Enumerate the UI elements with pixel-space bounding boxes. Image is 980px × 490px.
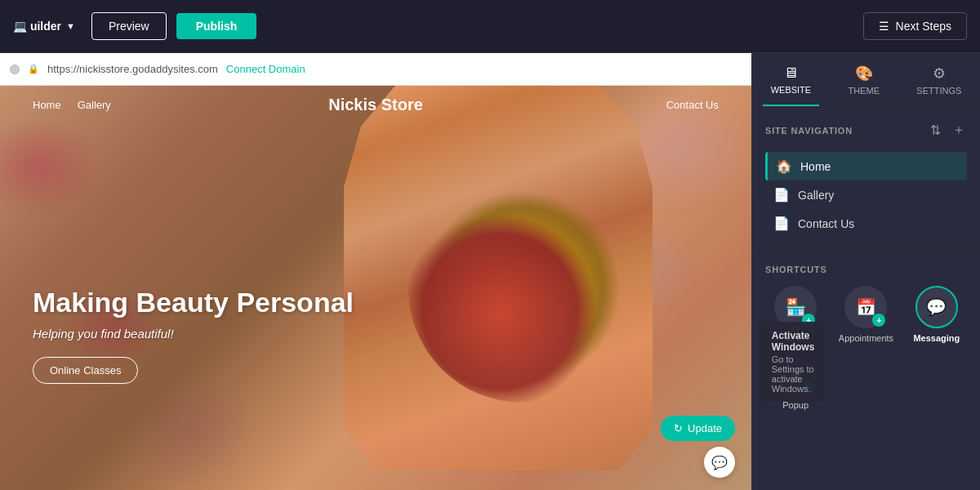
shortcuts-label: SHORTCUTS [765,265,827,274]
appointments-label: Appointments [839,333,893,343]
tab-website[interactable]: 🖥 WEBSITE [763,65,820,106]
next-steps-button[interactable]: ☰ Next Steps [863,12,967,40]
settings-icon: ⚙ [933,65,946,82]
update-icon: ↻ [674,422,683,434]
chevron-down-icon: ▼ [66,21,75,31]
online-classes-button[interactable]: Online Classes [33,357,138,384]
add-page-button[interactable]: ＋ [951,120,967,140]
shortcut-appointments[interactable]: 📅 + Appointments [835,286,896,343]
nav-list-item-gallery[interactable]: 📄 Gallery [765,180,967,209]
chat-button[interactable]: 💬 [704,447,735,478]
nav-gallery[interactable]: Gallery [78,99,111,111]
theme-icon: 🎨 [855,65,873,82]
filter-button[interactable]: ⇅ [929,120,942,140]
builder-label: 💻 uilder [13,20,61,33]
messaging-label: Messaging [913,333,960,343]
messaging-icon-wrap: 💬 [915,286,958,328]
home-icon: 🏠 [776,158,792,174]
toolbar: 💻 uilder ▼ Preview Publish ☰ Next Steps [0,0,980,53]
nav-home[interactable]: Home [33,99,61,111]
page-icon-contact: 📄 [773,216,790,231]
hero-subtitle: Helping you find beautiful! [33,327,354,341]
hero-section: Home Gallery Nickis Store Contact Us Mak… [0,86,751,490]
update-button[interactable]: ↻ Update [661,416,735,441]
site-nav: Home Gallery Nickis Store Contact Us [0,86,751,124]
website-icon: 🖥 [783,65,798,82]
store-icon: 🏪 [786,297,806,317]
publish-button[interactable]: Publish [176,13,257,39]
builder-logo: 💻 uilder ▼ [13,20,75,33]
nav-contact[interactable]: Contact Us [666,99,719,111]
activate-windows-notice: Activate Windows Go to Settings to activ… [760,322,826,402]
section-actions: ⇅ ＋ [929,120,967,140]
hero-content: Making Beauty Personal Helping you find … [33,287,354,384]
tab-settings[interactable]: ⚙ SETTINGS [908,65,969,106]
connect-domain-link[interactable]: Connect Domain [226,63,305,75]
shortcut-messaging[interactable]: 💬 Messaging [906,286,967,343]
browser-dot [10,65,20,74]
hero-title: Making Beauty Personal [33,287,354,318]
url-text: https://nickisstore.godaddysites.com [47,63,218,75]
page-icon-gallery: 📄 [773,187,790,203]
messaging-icon: 💬 [926,297,947,317]
lock-icon: 🔒 [28,64,39,74]
site-navigation-section: SITE NAVIGATION ⇅ ＋ 🏠 Home 📄 Gallery 📄 C [752,107,980,252]
tab-theme[interactable]: 🎨 THEME [840,65,888,106]
list-icon: ☰ [879,20,889,33]
appointments-icon: 📅 [856,297,876,317]
site-title: Nickis Store [328,96,423,114]
gem-ornament [408,174,637,403]
right-sidebar: 🖥 WEBSITE 🎨 THEME ⚙ SETTINGS SITE NAVIGA… [751,53,980,490]
section-header: SITE NAVIGATION ⇅ ＋ [765,120,967,140]
website-preview: Home Gallery Nickis Store Contact Us Mak… [0,86,751,490]
shortcut-popup[interactable]: 🖥 + Popup Activate Windows Go to Setting… [765,353,826,410]
sidebar-tabs: 🖥 WEBSITE 🎨 THEME ⚙ SETTINGS [752,53,980,107]
appointments-plus-badge: + [872,314,885,327]
shortcuts-header: SHORTCUTS [765,265,967,274]
nav-left: Home Gallery [33,99,111,111]
appointments-icon-wrap: 📅 + [844,286,887,328]
site-navigation-label: SITE NAVIGATION [765,126,853,136]
preview-button[interactable]: Preview [91,12,167,40]
chat-icon: 💬 [711,455,728,470]
nav-list: 🏠 Home 📄 Gallery 📄 Contact Us [765,152,967,238]
nav-list-item-home[interactable]: 🏠 Home [765,152,967,180]
preview-area: 🔒 https://nickisstore.godaddysites.com C… [0,53,751,490]
browser-bar: 🔒 https://nickisstore.godaddysites.com C… [0,53,751,86]
nav-list-item-contact[interactable]: 📄 Contact Us [765,209,967,238]
shortcuts-section: SHORTCUTS 🏪 + Store 📅 + App [752,252,980,423]
shortcuts-grid: 🏪 + Store 📅 + Appointments 💬 [765,286,967,410]
main-area: 🔒 https://nickisstore.godaddysites.com C… [0,53,980,490]
